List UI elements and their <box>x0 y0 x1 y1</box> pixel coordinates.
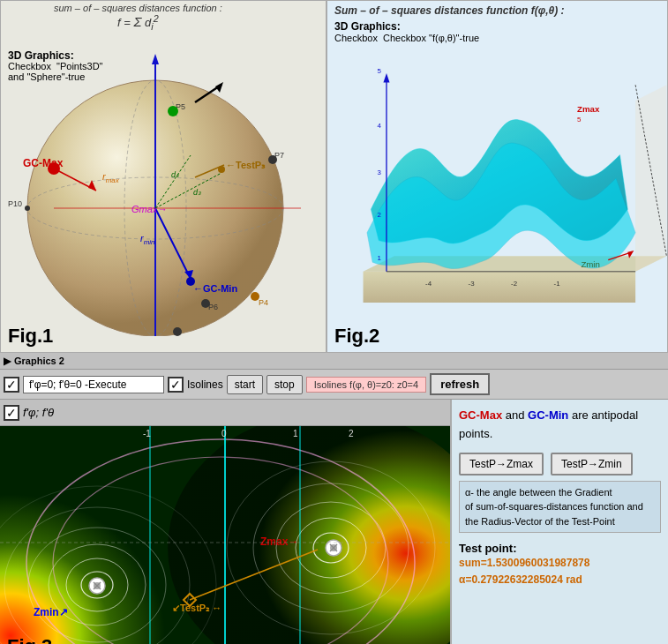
svg-text:3: 3 <box>377 168 381 176</box>
right-3d-label: 3D Graphics: <box>334 20 401 33</box>
test-point-section: Test point: sum=1.53009600319878​78 α=0.… <box>459 542 661 588</box>
fig1-label: Fig.1 <box>8 325 53 348</box>
svg-text:-1: -1 <box>143 429 151 438</box>
fig2-label: Fig.2 <box>334 325 379 348</box>
sum-value: sum=1.53009600319878​78 <box>459 555 661 572</box>
right-3d-panel: Sum – of – squares distances function f(… <box>326 0 668 353</box>
svg-text:4: 4 <box>377 122 381 130</box>
graphics2-row: ▶ Graphics 2 <box>0 353 668 369</box>
alpha-description: α- the angle between the Gradient of sum… <box>459 481 661 534</box>
testp-zmin-button[interactable]: TestP→Zmin <box>551 453 633 476</box>
svg-text:-2: -2 <box>511 280 517 288</box>
svg-text:←TestP₃: ←TestP₃ <box>226 160 266 170</box>
alpha-desc-1: α- the angle between the Gradient <box>465 485 655 500</box>
svg-text:0: 0 <box>221 429 227 438</box>
svg-text:P10: P10 <box>8 199 22 208</box>
svg-text:P4: P4 <box>259 298 268 307</box>
svg-text:Gmax→: Gmax→ <box>131 204 167 214</box>
right-checkbox-label: Checkbox Checkbox "f(φ,θ)"-true <box>334 33 479 43</box>
alpha-desc-3: the Radius-Vector of the Test-Point <box>465 514 655 529</box>
svg-text:Zmin: Zmin <box>581 259 600 269</box>
isolines-checkbox[interactable] <box>168 377 184 393</box>
svg-text:F3: F3 <box>173 335 183 336</box>
execute-checkbox[interactable] <box>4 377 19 393</box>
alpha-value: α=0.27922632285024 rad <box>459 572 661 588</box>
stop-button[interactable]: stop <box>266 375 303 394</box>
phi-theta-label: f'φ; f'θ <box>23 406 54 419</box>
svg-text:Zmin↗: Zmin↗ <box>34 606 68 618</box>
isolines-label-text: Isolines <box>187 378 223 391</box>
test-point-label: Test point: <box>459 542 661 555</box>
action-buttons: TestP→Zmax TestP→Zmin <box>459 453 661 476</box>
svg-text:-4: -4 <box>425 280 432 288</box>
isolines-info: Isolines f(φ, θ)=z0: z0=4 <box>306 377 426 393</box>
svg-text:-3: -3 <box>469 280 476 288</box>
right-panel-title: Sum – of – squares distances function f(… <box>334 4 565 17</box>
svg-text:1: 1 <box>293 429 298 438</box>
execute-label: f'φ=0; f'θ=0 -Execute <box>23 376 164 393</box>
and-text: and <box>506 408 525 422</box>
svg-point-15 <box>186 277 195 286</box>
contour-container: -1 0 1 2 Zmax→ Zmin↗ <box>0 426 450 644</box>
bottom-left-panel: f'φ; f'θ <box>0 400 450 644</box>
svg-text:1: 1 <box>377 254 381 262</box>
svg-point-39 <box>168 106 178 116</box>
fig3-label: Fig.3 <box>7 635 52 644</box>
svg-marker-38 <box>215 82 223 93</box>
svg-marker-5 <box>152 54 159 64</box>
alpha-desc-2: of sum-of-squares-distances function and <box>465 499 655 514</box>
svg-text:Zmax: Zmax <box>577 104 600 114</box>
testp-zmax-button[interactable]: TestP→Zmax <box>459 453 544 476</box>
phi-theta-checkbox[interactable] <box>4 405 19 421</box>
start-button[interactable]: start <box>227 375 263 394</box>
svg-text:5: 5 <box>577 116 582 124</box>
svg-text:P7: P7 <box>274 151 284 160</box>
refresh-button[interactable]: refresh <box>430 373 490 395</box>
svg-text:5: 5 <box>377 67 381 75</box>
svg-text:←GC-Min: ←GC-Min <box>193 283 237 294</box>
svg-text:2: 2 <box>349 429 354 438</box>
left-3d-panel: sum – of – squares distances function : … <box>0 0 326 353</box>
antipodal-info: GC-Max and GC-Min are antipodal points. <box>459 407 661 444</box>
svg-text:2: 2 <box>377 211 380 219</box>
toolbar: f'φ=0; f'θ=0 -Execute Isolines start sto… <box>0 369 668 400</box>
svg-text:d₄: d₄ <box>171 170 179 179</box>
svg-text:Zmax→: Zmax→ <box>260 535 298 548</box>
graphics2-label: Graphics 2 <box>14 356 64 366</box>
bottom-right-panel: GC-Max and GC-Min are antipodal points. … <box>450 400 668 644</box>
gc-min-text: GC-Min <box>528 408 568 422</box>
svg-text:GC-Max: GC-Max <box>23 157 64 169</box>
svg-text:P6: P6 <box>208 303 218 311</box>
svg-point-20 <box>218 166 225 173</box>
svg-marker-43 <box>383 73 389 83</box>
phi-theta-toolbar: f'φ; f'θ <box>0 400 450 426</box>
svg-text:↙TestP₂  ↔: ↙TestP₂ ↔ <box>172 603 221 613</box>
surface-svg: Zmax 5 5 4 3 2 1 Zmin -4 -3 -2 -1 <box>327 54 668 349</box>
svg-point-29 <box>25 206 30 211</box>
graphics2-arrow: ▶ <box>4 356 11 367</box>
contour-svg: -1 0 1 2 Zmax→ Zmin↗ <box>0 426 450 644</box>
gc-max-text: GC-Max <box>459 408 502 422</box>
svg-text:d₃: d₃ <box>193 188 201 197</box>
svg-text:-1: -1 <box>554 280 561 288</box>
sphere-svg: GC-Max rmax ←GC-Min rmin Gmax→ ←TestP₃ d… <box>1 1 326 336</box>
